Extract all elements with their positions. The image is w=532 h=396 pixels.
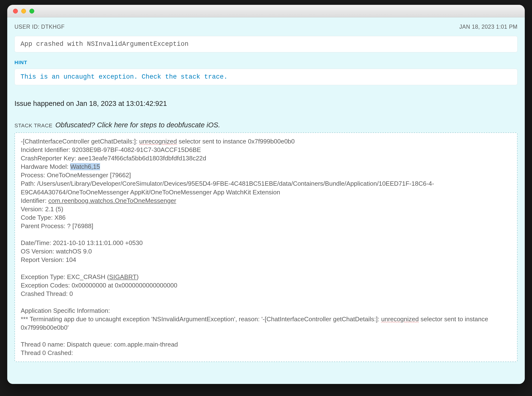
- close-window-button[interactable]: [13, 9, 18, 14]
- stack-trace-label: STACK TRACE: [14, 123, 53, 129]
- st-thread0name: Thread 0 name: Dispatch queue: com.apple…: [21, 341, 178, 348]
- st-exccodes: Exception Codes: 0x00000000 at 0x0000000…: [21, 282, 177, 289]
- st-osversion: OS Version: watchOS 9.0: [21, 248, 92, 255]
- st-identifier-link: com.reenboog.watchos.OneToOneMessenger: [48, 197, 176, 204]
- user-id-label: USER ID: DTKHGF: [14, 24, 65, 30]
- stack-trace-header: STACK TRACE Obfuscated? Click here for s…: [14, 121, 518, 129]
- st-line-selector-unrec: unrecognized: [139, 138, 177, 145]
- st-codetype: Code Type: X86: [21, 214, 66, 221]
- issue-time-text: Issue happened on Jan 18, 2023 at 13:01:…: [14, 100, 518, 108]
- minimize-window-button[interactable]: [21, 9, 26, 14]
- st-reportversion: Report Version: 104: [21, 256, 76, 263]
- st-datetime: Date/Time: 2021-10-10 13:11:01.000 +0530: [21, 239, 143, 246]
- st-line-selector-post: selector sent to instance 0x7f999b00e0b0: [177, 138, 295, 145]
- st-version: Version: 2.1 (5): [21, 205, 63, 213]
- hint-box: This is an uncaught exception. Check the…: [14, 69, 518, 85]
- stack-trace-box[interactable]: -[ChatInterfaceController getChatDetails…: [14, 132, 518, 362]
- report-timestamp: JAN 18, 2023 1:01 PM: [459, 24, 518, 30]
- st-exctype-link: SIGABRT: [109, 273, 137, 280]
- st-exctype-post: ): [136, 273, 139, 280]
- hint-text: This is an uncaught exception. Check the…: [20, 73, 228, 81]
- st-path: Path: /Users/user/Library/Developer/Core…: [21, 180, 434, 196]
- maximize-window-button[interactable]: [29, 9, 34, 14]
- st-process: Process: OneToOneMessenger [79662]: [21, 171, 131, 179]
- deobfuscate-link[interactable]: Obfuscated? Click here for steps to deob…: [55, 121, 220, 129]
- st-crashkey: CrashReporter Key: aee13eafe74f66cfa5bb6…: [21, 155, 206, 162]
- app-window: USER ID: DTKHGF JAN 18, 2023 1:01 PM App…: [7, 5, 525, 384]
- st-exctype-pre: Exception Type: EXC_CRASH (: [21, 273, 109, 280]
- st-line-selector-pre: -[ChatInterfaceController getChatDetails…: [21, 138, 139, 145]
- st-hwmodel-pre: Hardware Model:: [21, 163, 70, 170]
- window-titlebar: [7, 5, 525, 17]
- st-crashedthread: Crashed Thread: 0: [21, 290, 73, 297]
- crash-title-text: App crashed with NSInvalidArgumentExcept…: [20, 41, 189, 48]
- st-appspecific-unrec: unrecognized: [381, 315, 419, 323]
- st-hwmodel-hl: Watch6,15: [70, 163, 100, 170]
- hint-label: HINT: [14, 60, 518, 65]
- st-thread0crashed: Thread 0 Crashed:: [21, 349, 73, 356]
- crash-report-content: USER ID: DTKHGF JAN 18, 2023 1:01 PM App…: [7, 17, 525, 384]
- st-appspecific-pre: *** Terminating app due to uncaught exce…: [21, 315, 381, 323]
- st-incident: Incident Identifier: 92038E9B-97BF-4082-…: [21, 146, 201, 153]
- window-controls: [13, 9, 34, 14]
- st-appspecific-header: Application Specific Information:: [21, 307, 110, 314]
- crash-title-box: App crashed with NSInvalidArgumentExcept…: [14, 36, 518, 52]
- header-row: USER ID: DTKHGF JAN 18, 2023 1:01 PM: [14, 24, 518, 30]
- st-parentproc: Parent Process: ? [76988]: [21, 222, 93, 230]
- st-identifier-pre: Identifier:: [21, 197, 48, 204]
